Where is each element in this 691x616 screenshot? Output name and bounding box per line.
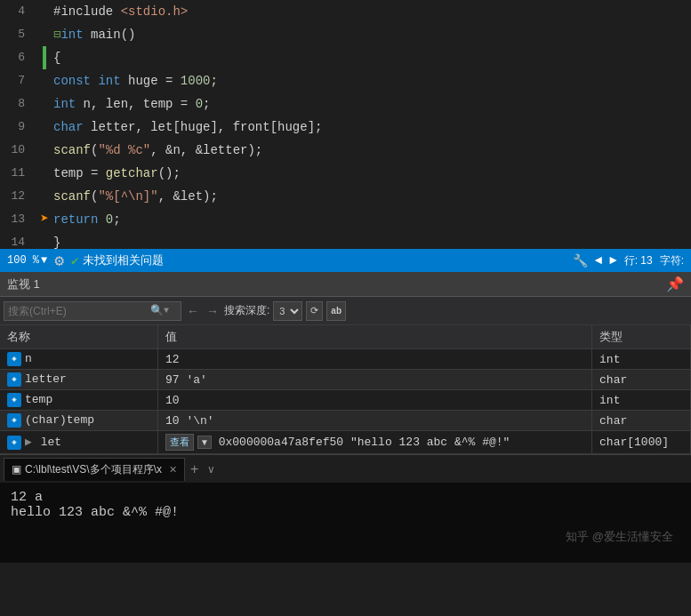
expand-icon[interactable]: ▶ [25,436,39,449]
line-indicator [36,46,53,69]
zoom-control[interactable]: 100 % ▼ [7,254,47,267]
terminal-wrapper: ▣ C:\lbl\test\VS\多个项目程序\x ✕ + ∨ 12 a hel… [0,454,691,563]
watch-row-value: 10 '\n' [157,411,591,431]
watch-row-value: 10 [157,390,591,411]
code-line: 11 temp = getchar(); [0,162,691,185]
nav-forward-btn[interactable]: → [205,304,221,318]
code-content: char letter, let[huge], front[huge]; [53,116,322,139]
line-number: 8 [0,92,36,116]
code-content: ⊟int main() [53,23,135,46]
watch-section: 监视 1 📌 🔍 ▼ ← → 搜索深度: 3 1 2 4 5 ⟳ ab [0,272,691,454]
watch-row-value: 查看▼ 0x000000a47a8fef50 "hello 123 abc &^… [157,431,591,454]
watch-row: ◈n12int [0,349,691,370]
watch-table-header: 名称 值 类型 [0,325,691,349]
tab-dropdown-btn[interactable]: ∨ [204,463,219,476]
code-line: 4 #include <stdio.h> [0,0,691,23]
no-issues-text: 未找到相关问题 [83,252,164,268]
watch-row: ◈▶ let查看▼ 0x000000a47a8fef50 "hello 123 … [0,431,691,454]
watch-var-icon: ◈ [7,436,21,450]
debug-arrow-icon: ➤ [40,208,49,231]
green-bar [43,46,46,69]
watch-table: 名称 值 类型 ◈n12int◈letter97 'a'char◈temp10i… [0,325,691,454]
watch-header: 监视 1 📌 [0,272,691,297]
code-content: } [53,231,60,249]
arrow-right-btn[interactable]: ► [609,253,616,268]
terminal-content: 12 a hello 123 abc &^% #@! [0,483,691,563]
code-line: 7 const int huge = 1000; [0,69,691,92]
watch-row-name: ◈▶ let [0,431,157,454]
terminal-tab[interactable]: ▣ C:\lbl\test\VS\多个项目程序\x ✕ [4,458,185,481]
line-number: 10 [0,139,36,162]
zoom-value: 100 % [7,254,39,267]
watch-var-icon: ◈ [7,413,21,428]
code-content: { [53,46,60,69]
code-line: 14 } [0,231,691,249]
ab-btn[interactable]: ab [326,301,346,321]
watch-var-icon: ◈ [7,372,21,387]
status-position: 行: 13 字符: [624,253,684,268]
watermark: 知乎 @爱生活懂安全 [566,529,673,545]
line-number: 11 [0,162,36,185]
search-dropdown-icon[interactable]: ▼ [164,306,169,316]
watch-search-input[interactable] [8,305,150,317]
terminal-tab-bar: ▣ C:\lbl\test\VS\多个项目程序\x ✕ + ∨ [0,454,691,483]
line-number: 7 [0,69,36,92]
watch-search-box[interactable]: 🔍 ▼ [4,301,181,321]
zoom-dropdown-icon[interactable]: ▼ [41,254,47,267]
code-line: 5 ⊟int main() [0,23,691,46]
terminal-tab-label: C:\lbl\test\VS\多个项目程序\x [25,462,162,477]
view-value-btn[interactable]: 查看 [165,434,194,451]
watch-row-name: ◈temp [0,390,157,411]
code-content: int n, len, temp = 0; [53,92,210,116]
search-icon: 🔍 [150,304,164,317]
code-line: 13➤ return 0; [0,208,691,231]
depth-select[interactable]: 3 1 2 4 5 [273,301,302,321]
code-line: 6 { [0,46,691,69]
watch-var-icon: ◈ [7,352,21,366]
code-content: temp = getchar(); [53,162,181,185]
col-value: 值 [157,325,591,349]
tab-add-btn[interactable]: + [187,461,202,477]
nav-back-btn[interactable]: ← [185,304,201,318]
line-number: 4 [0,0,36,23]
watch-row-type: int [592,349,691,370]
code-content: scanf("%d %c", &n, &letter); [53,139,262,162]
watch-row-type: char [592,411,691,431]
code-line: 12 scanf("%[^\n]", &let); [0,185,691,208]
watch-row: ◈(char)temp10 '\n'char [0,411,691,431]
watch-row-value: 12 [157,349,591,370]
check-icon: ✔ [71,253,78,268]
no-issues-indicator: ✔ 未找到相关问题 [71,252,566,268]
refresh-btn[interactable]: ⟳ [306,301,323,321]
code-content: const int huge = 1000; [53,69,218,92]
line-number: 6 [0,46,36,69]
col-type: 类型 [592,325,691,349]
watch-row: ◈letter97 'a'char [0,370,691,390]
code-line: 9 char letter, let[huge], front[huge]; [0,116,691,139]
toolbar-icon[interactable]: 🔧 [573,253,588,268]
code-line: 10 scanf("%d %c", &n, &letter); [0,139,691,162]
terminal-line-2: hello 123 abc &^% #@! [11,505,680,520]
watch-row-type: char [592,370,691,390]
watch-row-name: ◈n [0,349,157,370]
watch-row-name: ◈(char)temp [0,411,157,431]
line-number: 12 [0,185,36,208]
terminal-icon: ▣ [12,463,21,476]
line-number: 14 [0,231,36,249]
watch-row-type: int [592,390,691,411]
code-line: 8 int n, len, temp = 0; [0,92,691,116]
line-number: 9 [0,116,36,139]
watch-row: ◈temp10int [0,390,691,411]
arrow-left-btn[interactable]: ◄ [595,253,602,268]
code-content: scanf("%[^\n]", &let); [53,185,218,208]
col-name: 名称 [0,325,157,349]
app-window: 4 #include <stdio.h>5 ⊟int main()6 {7 co… [0,0,691,616]
view-dropdown-btn[interactable]: ▼ [197,436,212,449]
code-content: #include <stdio.h> [53,0,188,23]
watch-row-type: char[1000] [592,431,691,454]
tab-close-btn[interactable]: ✕ [169,464,177,476]
col-indicator: 字符: [660,253,684,268]
line-number: 5 [0,23,36,46]
watch-pin-icon[interactable]: 📌 [666,276,684,292]
code-content: return 0; [53,208,121,231]
